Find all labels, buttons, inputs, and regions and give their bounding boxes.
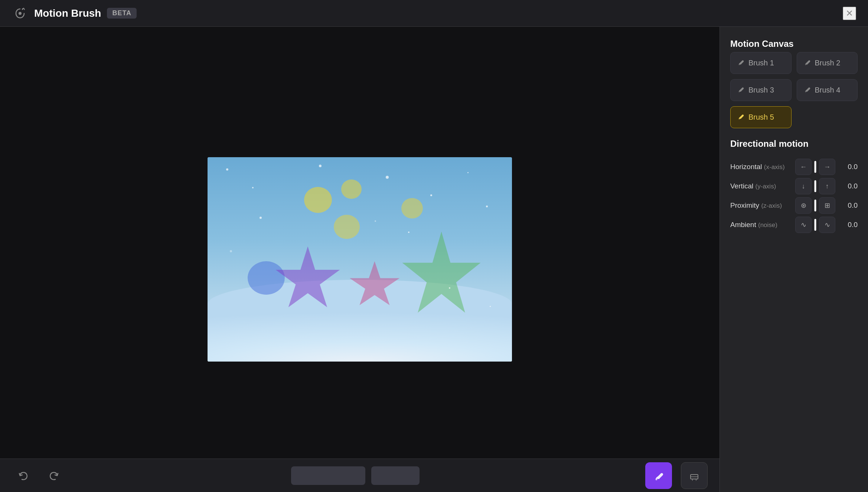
motion-btn-left-proximity[interactable]: ⊛ xyxy=(795,197,812,214)
brush-overlay-yellow-orb-3 xyxy=(334,215,360,239)
title-bar-left: Motion Brush BETA xyxy=(12,5,137,22)
brush-tool-button[interactable] xyxy=(645,462,672,489)
motion-row-vertical: Vertical (y-axis) ↓ ↑ 0.0 xyxy=(730,178,858,194)
motion-row-horizontal: Horizontal (x-axis) ← → 0.0 xyxy=(730,159,858,175)
main-layout: Motion Canvas Brush 1 Brush 2 Brush 3 Br… xyxy=(0,27,868,492)
brush-label-brush1: Brush 1 xyxy=(748,59,774,67)
motion-value-horizontal: 0.0 xyxy=(839,163,858,171)
right-panel: Motion Canvas Brush 1 Brush 2 Brush 3 Br… xyxy=(719,27,868,492)
motion-canvas-title: Motion Canvas xyxy=(730,39,858,49)
brush-overlay-yellow-orb-1 xyxy=(304,187,332,213)
app-title: Motion Brush xyxy=(34,7,101,19)
brush-icon-brush4 xyxy=(804,85,811,95)
svg-point-5 xyxy=(739,91,740,93)
bottom-toolbar xyxy=(0,459,719,492)
motion-slider-thumb-ambient xyxy=(815,219,816,231)
brush-overlay-blue-circle xyxy=(248,261,285,295)
brush-overlay-yellow-orb-4 xyxy=(401,198,423,219)
motion-canvas-section: Motion Canvas Brush 1 Brush 2 Brush 3 Br… xyxy=(730,39,858,128)
brush-label-brush2: Brush 2 xyxy=(815,59,841,67)
redo-button[interactable] xyxy=(43,465,65,487)
motion-row-ambient: Ambient (noise) ∿ ∿ 0.0 xyxy=(730,217,858,233)
motion-sublabel-proximity: (z-axis) xyxy=(761,202,782,209)
motion-row-proximity: Proximity (z-axis) ⊛ ⊞ 0.0 xyxy=(730,197,858,214)
brush-overlay-yellow-orb-2 xyxy=(341,179,362,199)
motion-value-ambient: 0.0 xyxy=(839,221,858,229)
motion-btn-right-proximity[interactable]: ⊞ xyxy=(819,197,835,214)
svg-point-1 xyxy=(656,478,657,480)
brush-button-brush4[interactable]: Brush 4 xyxy=(797,79,858,101)
motion-slider-thumb-proximity xyxy=(815,200,816,211)
brush-button-brush3[interactable]: Brush 3 xyxy=(730,79,792,101)
motion-btn-left-ambient[interactable]: ∿ xyxy=(795,217,812,233)
beta-badge: BETA xyxy=(107,8,137,19)
brush-grid: Brush 1 Brush 2 Brush 3 Brush 4 Brush 5 xyxy=(730,52,858,128)
timeline-bar[interactable] xyxy=(291,466,365,485)
motion-btn-right-horizontal[interactable]: → xyxy=(819,159,835,175)
snow-ground xyxy=(208,280,512,362)
svg-point-3 xyxy=(739,64,740,65)
motion-slider-thumb-vertical xyxy=(815,180,816,192)
motion-sublabel-ambient: (noise) xyxy=(758,221,777,229)
close-button[interactable]: ✕ xyxy=(843,7,856,20)
brush-icon-brush1 xyxy=(737,58,745,68)
brush-label-brush4: Brush 4 xyxy=(815,86,841,94)
motion-btn-left-horizontal[interactable]: ← xyxy=(795,159,812,175)
motion-btn-left-vertical[interactable]: ↓ xyxy=(795,178,812,194)
motion-label-horizontal: Horizontal (x-axis) xyxy=(730,163,792,171)
brush-icon-brush5 xyxy=(737,113,745,122)
undo-button[interactable] xyxy=(12,465,34,487)
timeline-segment[interactable] xyxy=(371,466,420,485)
brush-label-brush3: Brush 3 xyxy=(748,86,774,94)
title-bar: Motion Brush BETA ✕ xyxy=(0,0,868,27)
brush-label-brush5: Brush 5 xyxy=(748,113,774,122)
motion-btn-right-vertical[interactable]: ↑ xyxy=(819,178,835,194)
canvas-top-bar xyxy=(0,27,719,71)
motion-sublabel-horizontal: (x-axis) xyxy=(764,164,785,171)
canvas-area xyxy=(0,27,719,492)
svg-point-7 xyxy=(739,119,740,120)
svg-point-0 xyxy=(19,12,22,15)
canvas-image-wrapper xyxy=(0,71,719,447)
brush-button-brush2[interactable]: Brush 2 xyxy=(797,52,858,74)
motion-label-proximity: Proximity (z-axis) xyxy=(730,201,792,210)
motion-controls: Horizontal (x-axis) ← → 0.0 Vertical (y-… xyxy=(730,159,858,236)
canvas-image[interactable] xyxy=(208,157,512,362)
timeline-scrubber xyxy=(74,466,636,485)
motion-btn-right-ambient[interactable]: ∿ xyxy=(819,217,835,233)
brush-button-brush1[interactable]: Brush 1 xyxy=(730,52,792,74)
motion-label-ambient: Ambient (noise) xyxy=(730,221,792,229)
eraser-tool-button[interactable] xyxy=(681,462,708,489)
svg-point-4 xyxy=(805,64,806,65)
brush-icon-brush2 xyxy=(804,58,811,68)
directional-motion-section: Directional motion Horizontal (x-axis) ←… xyxy=(730,139,858,236)
motion-value-vertical: 0.0 xyxy=(839,182,858,190)
svg-point-6 xyxy=(805,91,806,93)
directional-motion-title: Directional motion xyxy=(730,139,858,149)
motion-slider-thumb-horizontal xyxy=(815,161,816,173)
motion-label-vertical: Vertical (y-axis) xyxy=(730,182,792,190)
brush-icon-brush3 xyxy=(737,85,745,95)
motion-value-proximity: 0.0 xyxy=(839,201,858,210)
motion-sublabel-vertical: (y-axis) xyxy=(756,183,776,190)
app-icon xyxy=(12,5,28,22)
brush-button-brush5[interactable]: Brush 5 xyxy=(730,106,792,128)
